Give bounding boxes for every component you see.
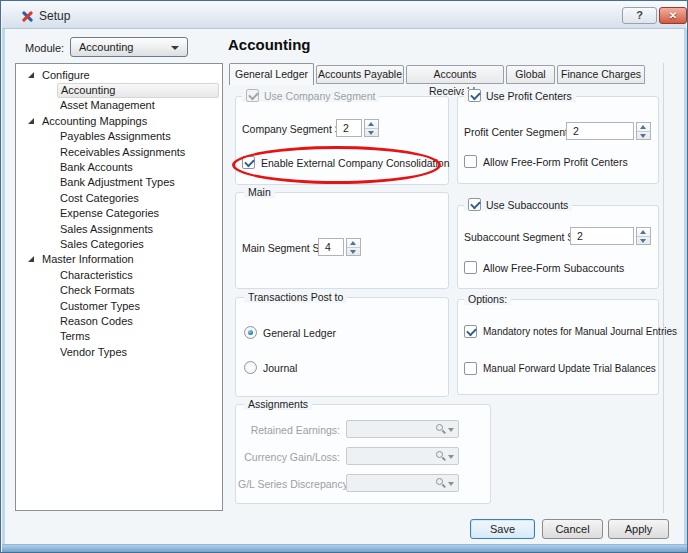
journal-radio[interactable]	[244, 361, 257, 374]
use-company-segment-row: Use Company Segment	[242, 89, 379, 102]
spin-up-button[interactable]	[637, 123, 650, 131]
tab-general-ledger[interactable]: General Ledger	[229, 63, 314, 85]
sidebar-item-label: Expense Categories	[57, 207, 162, 219]
sidebar-item-label: Reason Codes	[57, 315, 136, 327]
sidebar-item-asset-management[interactable]: Asset Management	[16, 98, 222, 113]
use-subaccounts-checkbox[interactable]	[468, 198, 481, 211]
sidebar-item-receivables-assignments[interactable]: Receivables Assignments	[16, 144, 222, 159]
title-bar[interactable]: Setup ? ✕	[2, 2, 686, 29]
use-subaccounts-row: Use Subaccounts	[464, 198, 572, 211]
sidebar-item-cost-categories[interactable]: Cost Categories	[16, 190, 222, 205]
group-subaccounts: Use Subaccounts Subaccount Segment Size:…	[457, 205, 659, 289]
use-company-segment-label: Use Company Segment	[264, 90, 375, 102]
group-profit-centers: Use Profit Centers Profit Center Segment…	[457, 96, 659, 184]
freeform-subaccount-row: Allow Free-Form Subaccounts	[464, 261, 624, 274]
spin-down-button[interactable]	[347, 247, 360, 255]
save-button[interactable]: Save	[470, 519, 535, 539]
sidebar-item-payables-assignments[interactable]: Payables Assignments	[16, 129, 222, 144]
freeform-profit-label: Allow Free-Form Profit Centers	[483, 156, 628, 168]
tab-global[interactable]: Global	[506, 65, 555, 84]
currency-gain-loss-lookup	[346, 447, 459, 465]
use-profit-centers-checkbox[interactable]	[468, 89, 481, 102]
sidebar-item-configure[interactable]: Configure	[16, 67, 222, 82]
sidebar-item-label: Accounting Mappings	[39, 115, 150, 127]
sidebar-item-sales-assignments[interactable]: Sales Assignments	[16, 221, 222, 236]
page-title: Accounting	[228, 36, 311, 53]
options-group-caption: Options:	[464, 293, 511, 305]
sidebar-item-check-formats[interactable]: Check Formats	[16, 282, 222, 297]
sidebar-item-bank-adjustment-types[interactable]: Bank Adjustment Types	[16, 175, 222, 190]
module-dropdown-value: Accounting	[79, 41, 133, 53]
apply-button[interactable]: Apply	[608, 519, 669, 539]
spin-down-button[interactable]	[637, 131, 650, 139]
general-ledger-radio[interactable]	[244, 326, 257, 339]
currency-gain-loss-label: Currency Gain/Loss:	[238, 451, 340, 463]
window-border-bottom	[2, 544, 687, 553]
tab-accounts-receivable[interactable]: Accounts Receivable	[406, 65, 504, 84]
enable-consolidation-checkbox[interactable]	[242, 156, 255, 169]
mandatory-notes-row: Mandatory notes for Manual Journal Entri…	[464, 325, 677, 338]
profit-center-size-input[interactable]: 2	[566, 122, 634, 140]
freeform-profit-checkbox[interactable]	[464, 155, 477, 168]
content-right-border	[663, 63, 664, 513]
sidebar-item-master-information[interactable]: Master Information	[16, 252, 222, 267]
spin-up-button[interactable]	[347, 239, 360, 247]
lookup-icon	[436, 424, 454, 436]
use-subaccounts-label: Use Subaccounts	[486, 199, 568, 211]
general-ledger-radio-label: General Ledger	[263, 327, 336, 339]
app-logo-icon	[21, 10, 34, 23]
sidebar-item-bank-accounts[interactable]: Bank Accounts	[16, 159, 222, 174]
tab-finance-charges[interactable]: Finance Charges	[557, 65, 645, 84]
cancel-button[interactable]: Cancel	[542, 519, 603, 539]
expander-icon[interactable]	[28, 72, 34, 78]
enable-consolidation-label: Enable External Company Consolidation	[261, 157, 450, 169]
radio-general-ledger-row: General Ledger	[244, 326, 336, 339]
sidebar-item-expense-categories[interactable]: Expense Categories	[16, 206, 222, 221]
spin-down-button[interactable]	[637, 236, 650, 244]
freeform-subaccount-checkbox[interactable]	[464, 261, 477, 274]
manual-forward-checkbox[interactable]	[464, 362, 477, 375]
sidebar-item-label: Configure	[39, 69, 93, 81]
lookup-icon	[436, 478, 454, 490]
manual-forward-label: Manual Forward Update Trial Balances	[483, 363, 656, 374]
close-button[interactable]: ✕	[659, 7, 687, 24]
expander-icon[interactable]	[28, 118, 34, 124]
mandatory-notes-checkbox[interactable]	[464, 325, 477, 338]
subaccount-size-input[interactable]: 2	[570, 227, 634, 245]
gl-series-discrepancy-label: G/L Series Discrepancy :	[238, 478, 340, 490]
freeform-profit-row: Allow Free-Form Profit Centers	[464, 155, 628, 168]
retained-earnings-label: Retained Earnings:	[238, 424, 340, 436]
sidebar-item-vendor-types[interactable]: Vendor Types	[16, 344, 222, 359]
group-company-segment: Use Company Segment Company Segment Size…	[235, 96, 449, 185]
sidebar-item-characteristics[interactable]: Characteristics	[16, 267, 222, 282]
spin-up-button[interactable]	[637, 228, 650, 236]
sidebar-item-accounting[interactable]: Accounting	[16, 82, 222, 97]
gl-series-discrepancy-lookup	[346, 474, 459, 492]
sidebar-item-label: Asset Management	[57, 99, 158, 111]
sidebar-item-accounting-mappings[interactable]: Accounting Mappings	[16, 113, 222, 128]
tab-accounts-payable[interactable]: Accounts Payable	[316, 65, 404, 84]
setup-dialog: Setup ? ✕ Module: Accounting Accounting …	[0, 0, 688, 553]
spin-down-button[interactable]	[365, 128, 378, 136]
sidebar-item-label: Sales Categories	[57, 238, 147, 250]
module-label: Module:	[25, 42, 64, 54]
sidebar-item-label: Bank Accounts	[57, 161, 136, 173]
sidebar-item-reason-codes[interactable]: Reason Codes	[16, 313, 222, 328]
profit-center-size-spinner	[636, 122, 651, 140]
company-segment-size-spinner	[364, 119, 379, 137]
sidebar-item-terms[interactable]: Terms	[16, 329, 222, 344]
sidebar-item-customer-types[interactable]: Customer Types	[16, 298, 222, 313]
enable-consolidation-row: Enable External Company Consolidation	[242, 156, 450, 169]
journal-radio-label: Journal	[263, 362, 297, 374]
expander-icon[interactable]	[28, 256, 34, 262]
use-profit-centers-label: Use Profit Centers	[486, 90, 572, 102]
subaccount-size-spinner	[636, 227, 651, 245]
module-dropdown[interactable]: Accounting	[70, 37, 188, 57]
help-button[interactable]: ?	[622, 7, 657, 24]
company-segment-size-input[interactable]: 2	[336, 119, 362, 137]
sidebar-item-sales-categories[interactable]: Sales Categories	[16, 236, 222, 251]
spin-up-button[interactable]	[365, 120, 378, 128]
radio-journal-row: Journal	[244, 361, 297, 374]
main-segment-size-input[interactable]: 4	[318, 238, 344, 256]
chevron-down-icon	[171, 46, 179, 50]
